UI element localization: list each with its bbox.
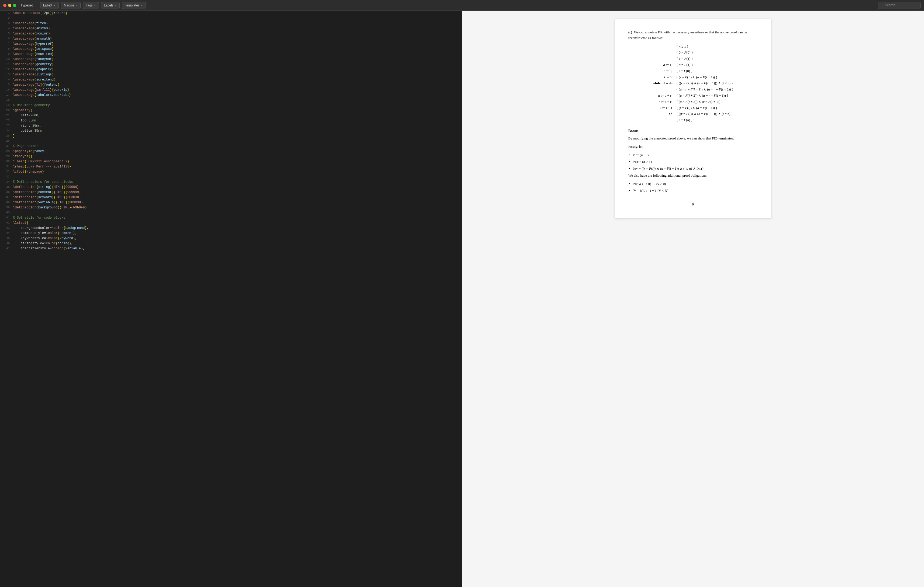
table-row: { n ≥ 1 } [651,44,735,50]
table-row: r := 0; { r = F(0) } [651,68,735,74]
table-row: r := a − r; { (a = F(i + 2)) ∧ (r = F(i … [651,99,735,105]
code-line: 20 \geometry{ [0,108,462,113]
code-line: 18 [0,98,462,103]
code-line: 21 left=20mm, [0,113,462,118]
firstly-text: Firstly, let: [628,144,758,150]
list-item: INIT ≡ (n ≥ 1) [628,159,758,165]
code-line: 17 \usepackage{tabularx,booktabs} [0,93,462,98]
code-line: 36 \definecolor{comment}{HTML}{999999} [0,190,462,195]
code-line: 8 \usepackage{setspace} [0,46,462,52]
list-item: INV ∧ (i < n) → (v > 0) [628,181,758,187]
main-content: 1 \documentclass[12pt]{report} 2 3 \usep… [0,11,924,587]
tags-button[interactable]: Tags ✓ [83,2,99,9]
code-line: 33 [0,174,462,179]
table-row: { 0 = F(0) } [651,49,735,56]
search-input[interactable] [885,3,918,7]
code-line: 3 \usepackage{fitch} [0,21,462,26]
code-line: 41 % Set style for code blocks [0,215,462,220]
code-line: 46 stringstyle=\color{string}, [0,241,462,246]
table-row: i := i + 1 { (r = F(i)) ∧ (a = F(i + 1))… [651,105,735,111]
obligations-list: INV ∧ (i < n) → (v > 0) [V = N] i := i +… [628,181,758,194]
macros-button[interactable]: Macros ✓ [61,2,81,9]
search-box [878,2,921,9]
section-c-label: (c) We can annotate FIB with the necessa… [628,30,758,41]
code-line: 2 [0,16,462,21]
maximize-button[interactable] [13,4,16,7]
list-item: [V = N] i := i + 1 [V < N] [628,188,758,194]
code-line: 16 \usepackage[parfill]{parskip} [0,87,462,93]
table-row: { r = F(n) } [651,117,735,123]
code-line: 47 identifierstyle=\color{variable}, [0,246,462,251]
code-line: 38 \definecolor{variable}{HTML}{303030} [0,200,462,205]
traffic-lights [3,4,16,7]
table-row: a := 1; { a = F(1) } [651,62,735,68]
table-row: a := a + r; { (a = F(i + 2)) ∧ (a − r = … [651,93,735,99]
code-line: 4 \usepackage{amsthm} [0,26,462,31]
code-line: 26 [0,139,462,144]
macros-chevron-icon: ✓ [76,4,78,7]
code-line: 27 % Page header [0,144,462,149]
code-line: 15 \usepackage[T1]{fontenc} [0,82,462,87]
code-line: 28 \pagestyle{fancy} [0,149,462,154]
list-item: INV ≡ ((r = F(i)) ∧ (a = F(i + 1)) ∧ (i … [628,166,758,171]
code-line: 6 \usepackage{amsmath} [0,36,462,41]
bonus-heading: Bonus [628,128,758,134]
code-line: 7 \usepackage{hyperref} [0,41,462,46]
code-line: 39 \definecolor{background}{HTML}{F9F9F9… [0,205,462,210]
code-line: 5 \usepackage{xcolor} [0,31,462,36]
code-line: 14 \usepackage{scrextend} [0,77,462,82]
code-line: 24 bottom=35mm [0,128,462,133]
table-row: { (a − r = F(i − 1)) ∧ (a + r = F(i + 2)… [651,86,735,93]
table-row: { 1 = F(1) } [651,56,735,62]
templates-chevron-icon: ✓ [141,4,143,7]
code-editor[interactable]: 1 \documentclass[12pt]{report} 2 3 \usep… [0,11,462,587]
code-line: 32 \cfoot{\thepage} [0,169,462,174]
templates-button[interactable]: Templates ✓ [122,2,146,9]
code-line: 9 \usepackage{enumitem} [0,52,462,57]
code-line: 40 [0,210,462,215]
code-line: 34 % Define colors for code blocks [0,179,462,185]
code-line: 44 commentstyle=\color{comment}, [0,231,462,236]
list-item: V := (n − i) [628,152,758,158]
latex-chevron-icon: ▼ [53,4,56,7]
code-line: 12 \usepackage{graphicx} [0,67,462,72]
preview-panel: (c) We can annotate FIB with the necessa… [462,11,924,587]
document-page: (c) We can annotate FIB with the necessa… [615,19,771,218]
code-line: 29 \fancyhf{} [0,154,462,159]
app-name: Typeset [20,3,33,7]
code-line: 30 \lhead{COMP2111 Assignment 2} [0,159,462,164]
table-row: i := 0; { (r = F(i)) ∧ (a = F(i + 1)) } [651,74,735,81]
code-line: 25 } [0,133,462,139]
code-line: 13 \usepackage{listings} [0,72,462,77]
also-text: We also have the following additional pr… [628,173,758,179]
code-line: 37 \definecolor{keyword}{HTML}{303030} [0,195,462,200]
search-wrapper: 🔍 [878,2,921,9]
latex-tab[interactable]: LaTeX ▼ [40,2,59,9]
code-line: 1 \documentclass[12pt]{report} [0,11,462,16]
code-line: 45 keywordstyle=\color{keyword}, [0,236,462,241]
code-line: 19 % Document geometry [0,103,462,108]
code-line: 42 \lstset{ [0,220,462,226]
tags-chevron-icon: ✓ [94,4,96,7]
code-line: 43 backgroundcolor=\color{background}, [0,226,462,231]
page-number: 9 [628,202,758,207]
code-line: 35 \definecolor{string}{HTML}{999999} [0,185,462,190]
code-line: 11 \usepackage{geometry} [0,62,462,67]
close-button[interactable] [3,4,7,7]
titlebar: Typeset | LaTeX ▼ Macros ✓ Tags ✓ Labels… [0,0,924,11]
definitions-list: V := (n − i) INIT ≡ (n ≥ 1) INV ≡ ((r = … [628,152,758,171]
labels-button[interactable]: Labels ✓ [101,2,120,9]
table-row: od { ((r = F(i)) ∧ (a = F(i + 1))) ∧ (i … [651,111,735,117]
minimize-button[interactable] [8,4,12,7]
code-line: 10 \usepackage{fancyhdr} [0,57,462,62]
code-line: 22 top=35mm, [0,118,462,123]
code-line: 31 \rhead{Luka Kerr --- z5214138} [0,164,462,169]
proof-table: { n ≥ 1 } { 0 = F(0) } { 1 = F(1) } a :=… [651,44,735,123]
bonus-text: By modifying the annotated proof above, … [628,136,758,141]
code-line: 23 right=20mm, [0,123,462,128]
table-row: while i < n do { ((r = F(i)) ∧ (a = F(i … [651,80,735,86]
labels-chevron-icon: ✓ [115,4,117,7]
